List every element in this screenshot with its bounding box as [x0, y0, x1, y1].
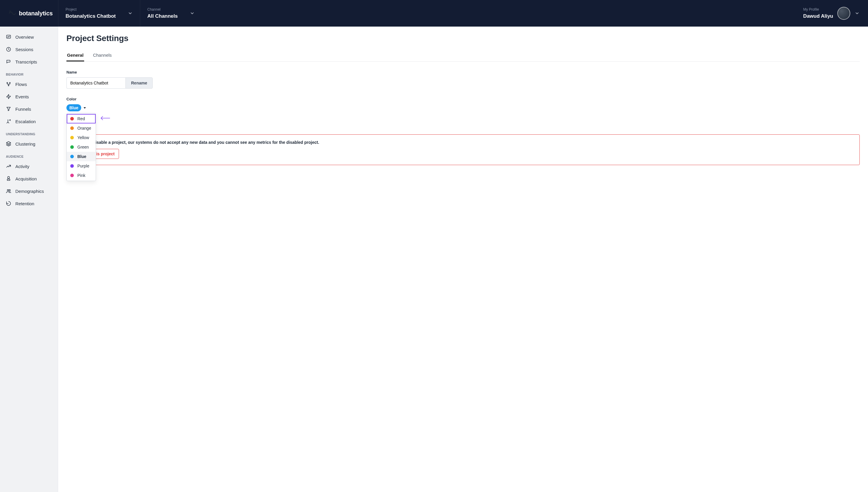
- color-option-label: Purple: [77, 164, 89, 168]
- caret-down-icon: [83, 107, 86, 109]
- layers-icon: [6, 141, 11, 146]
- sidebar-item-label: Transcripts: [15, 59, 37, 65]
- color-option-label: Pink: [77, 173, 85, 178]
- color-option-label: Yellow: [77, 135, 89, 140]
- arrow-left-icon: [100, 115, 110, 122]
- rename-button[interactable]: Rename: [126, 77, 153, 89]
- color-dropdown: Red Orange Yellow Green: [67, 113, 96, 181]
- color-option-blue[interactable]: Blue: [67, 152, 96, 161]
- avatar: [837, 7, 850, 20]
- sidebar-item-label: Demographics: [15, 189, 44, 194]
- sidebar-item-retention[interactable]: Retention: [0, 197, 58, 210]
- project-selector[interactable]: Project Botanalytics Chatbot: [58, 0, 140, 27]
- color-option-label: Blue: [77, 154, 86, 159]
- sidebar-section-understanding: UNDERSTANDING: [0, 128, 58, 138]
- sidebar-item-clustering[interactable]: Clustering: [0, 138, 58, 150]
- main-panel: Project Settings General Channels Name R…: [58, 27, 868, 492]
- channel-label: Channel: [147, 7, 178, 11]
- svg-point-8: [9, 190, 10, 191]
- chart-icon: [6, 34, 11, 40]
- sidebar-section-audience: AUDIENCE: [0, 150, 58, 160]
- svg-marker-6: [6, 142, 11, 144]
- sidebar-item-label: Retention: [15, 201, 34, 206]
- color-option-red[interactable]: Red: [67, 114, 96, 123]
- channel-value: All Channels: [147, 13, 178, 19]
- sidebar-item-label: Events: [15, 94, 29, 99]
- spacer: [202, 0, 795, 27]
- color-swatch: [70, 136, 74, 140]
- brand-text: botanalytics: [19, 10, 53, 17]
- transcript-icon: [6, 59, 11, 65]
- tabs: General Channels: [67, 50, 860, 62]
- clock-icon: [6, 47, 11, 52]
- color-swatch: [70, 145, 74, 149]
- page-title: Project Settings: [67, 34, 860, 43]
- svg-marker-5: [6, 95, 10, 99]
- sidebar-item-label: Activity: [15, 164, 29, 169]
- sidebar-item-label: Sessions: [15, 47, 33, 52]
- profile-label: My Profile: [803, 7, 833, 11]
- sidebar-item-activity[interactable]: Activity: [0, 160, 58, 172]
- brand-icon: [8, 9, 17, 18]
- escalation-icon: [6, 119, 11, 124]
- sidebar-item-events[interactable]: Events: [0, 90, 58, 103]
- demographics-icon: [6, 189, 11, 194]
- sidebar-section-behavior: BEHAVIOR: [0, 68, 58, 78]
- flows-icon: [6, 81, 11, 87]
- project-label: Project: [66, 7, 116, 11]
- sidebar-item-funnels[interactable]: Funnels: [0, 103, 58, 115]
- funnel-icon: [6, 106, 11, 112]
- color-swatch: [70, 174, 74, 177]
- color-label: Color: [67, 97, 860, 101]
- color-option-purple[interactable]: Purple: [67, 161, 96, 171]
- bolt-icon: [6, 94, 11, 99]
- color-select[interactable]: Blue: [67, 104, 81, 111]
- color-select-value: Blue: [69, 105, 78, 110]
- sidebar-item-overview[interactable]: Overview: [0, 31, 58, 43]
- color-swatch: [70, 164, 74, 168]
- sidebar-item-sessions[interactable]: Sessions: [0, 43, 58, 55]
- sidebar-item-acquisition[interactable]: Acquisition: [0, 172, 58, 185]
- danger-text: When you disable a project, our systems …: [72, 140, 854, 145]
- color-option-label: Orange: [77, 126, 91, 130]
- sidebar-item-label: Funnels: [15, 106, 31, 112]
- color-option-label: Green: [77, 145, 89, 149]
- color-option-yellow[interactable]: Yellow: [67, 133, 96, 142]
- tab-channels[interactable]: Channels: [93, 50, 112, 62]
- acquisition-icon: [6, 176, 11, 181]
- sidebar-item-label: Clustering: [15, 142, 35, 146]
- chevron-down-icon: [854, 10, 860, 16]
- activity-icon: [6, 164, 11, 169]
- color-swatch: [70, 155, 74, 158]
- sidebar-item-label: Flows: [15, 82, 27, 87]
- color-swatch: [70, 117, 74, 121]
- project-value: Botanalytics Chatbot: [66, 13, 116, 19]
- sidebar-item-escalation[interactable]: Escalation: [0, 115, 58, 128]
- channel-selector[interactable]: Channel All Channels: [140, 0, 202, 27]
- sidebar-item-label: Escalation: [15, 119, 36, 124]
- name-label: Name: [67, 70, 860, 74]
- danger-zone: When you disable a project, our systems …: [67, 134, 860, 165]
- color-option-pink[interactable]: Pink: [67, 171, 96, 180]
- tab-general[interactable]: General: [67, 50, 84, 62]
- sidebar-item-flows[interactable]: Flows: [0, 78, 58, 90]
- sidebar-item-label: Overview: [15, 34, 34, 40]
- logo[interactable]: botanalytics: [0, 0, 58, 27]
- chevron-down-icon: [128, 10, 133, 16]
- project-name-input[interactable]: [67, 77, 126, 89]
- chevron-down-icon: [189, 10, 195, 16]
- retention-icon: [6, 201, 11, 206]
- sidebar: Overview Sessions Transcripts BEHAVIOR F…: [0, 27, 58, 492]
- color-option-label: Red: [77, 116, 85, 121]
- topbar: botanalytics Project Botanalytics Chatbo…: [0, 0, 868, 27]
- profile-value: Dawud Aliyu: [803, 13, 833, 19]
- color-option-green[interactable]: Green: [67, 142, 96, 152]
- color-option-orange[interactable]: Orange: [67, 123, 96, 133]
- sidebar-item-transcripts[interactable]: Transcripts: [0, 55, 58, 68]
- profile-menu[interactable]: My Profile Dawud Aliyu: [795, 0, 868, 27]
- sidebar-item-demographics[interactable]: Demographics: [0, 185, 58, 197]
- sidebar-item-label: Acquisition: [15, 176, 37, 181]
- svg-point-7: [7, 190, 9, 191]
- color-swatch: [70, 126, 74, 130]
